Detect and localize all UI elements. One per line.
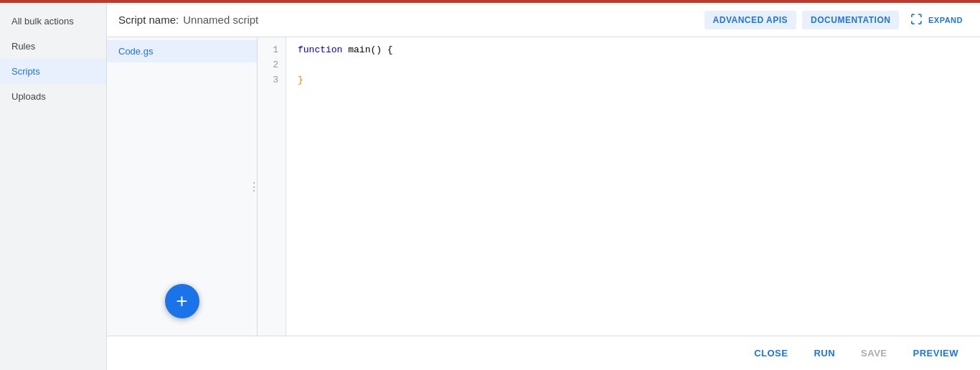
drag-handle[interactable] (251, 176, 257, 197)
sidebar-item-rules[interactable]: Rules (0, 34, 106, 59)
code-line-2 (298, 58, 969, 73)
expand-icon: ⛶ (910, 14, 923, 27)
line-number-3: 3 (265, 73, 278, 88)
sidebar-item-scripts[interactable]: Scripts (0, 59, 106, 84)
editor-body: Code.gs + 1 2 3 function main() { } (107, 37, 980, 336)
close-button[interactable]: CLOSE (744, 343, 798, 363)
file-item-code-gs[interactable]: Code.gs (107, 40, 257, 62)
line-numbers: 1 2 3 (258, 37, 286, 336)
closing-brace: } (298, 75, 303, 85)
editor-header: Script name: Unnamed script ADVANCED API… (107, 3, 980, 37)
sidebar-item-all-bulk-actions[interactable]: All bulk actions (0, 9, 106, 34)
run-button[interactable]: RUN (804, 343, 845, 363)
code-line-1: function main() { (298, 43, 969, 58)
file-tree: Code.gs + (107, 37, 258, 336)
script-name-value: Unnamed script (183, 14, 258, 26)
header-actions: ADVANCED APIS DOCUMENTATION ⛶ EXPAND (705, 11, 969, 29)
documentation-button[interactable]: DOCUMENTATION (802, 11, 899, 29)
line-number-2: 2 (265, 58, 278, 73)
preview-button[interactable]: PREVIEW (903, 343, 969, 363)
keyword-function: function (298, 44, 342, 55)
save-button[interactable]: SAVE (851, 343, 897, 363)
code-line-3: } (298, 73, 969, 88)
advanced-apis-button[interactable]: ADVANCED APIS (705, 11, 797, 29)
content-area: Script name: Unnamed script ADVANCED API… (106, 3, 980, 370)
expand-label: EXPAND (928, 16, 963, 24)
code-editor[interactable]: 1 2 3 function main() { } (258, 37, 980, 336)
sidebar: All bulk actions Rules Scripts Uploads (0, 3, 106, 370)
expand-button[interactable]: ⛶ EXPAND (905, 11, 969, 29)
line-number-1: 1 (265, 43, 278, 58)
main-layout: All bulk actions Rules Scripts Uploads S… (0, 3, 980, 370)
script-name-label: Script name: (118, 14, 179, 26)
code-content[interactable]: function main() { } (286, 37, 980, 336)
add-file-button[interactable]: + (165, 284, 199, 318)
script-name-area: Script name: Unnamed script (118, 14, 258, 26)
plus-icon: + (176, 290, 187, 313)
sidebar-item-uploads[interactable]: Uploads (0, 84, 106, 109)
editor-footer: CLOSE RUN SAVE PREVIEW (107, 336, 980, 370)
